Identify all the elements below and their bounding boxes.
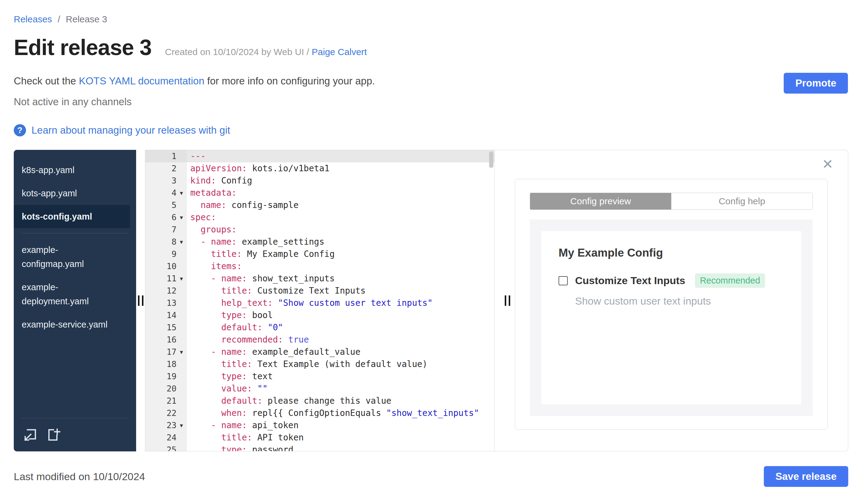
code-text[interactable]: name: config-sample [186, 199, 299, 211]
code-text[interactable]: items: [186, 260, 242, 273]
line-number: 19 [145, 370, 186, 383]
code-line-4[interactable]: 4▾metadata: [145, 187, 494, 199]
yaml-code-editor[interactable]: 1---2apiVersion: kots.io/v1beta13kind: C… [145, 150, 495, 451]
recommended-badge: Recommended [695, 274, 765, 288]
code-line-19[interactable]: 19 type: text [145, 370, 494, 383]
code-text[interactable]: --- [186, 150, 206, 162]
code-lines: 1---2apiVersion: kots.io/v1beta13kind: C… [145, 150, 494, 451]
code-text[interactable]: kind: Config [186, 175, 252, 187]
code-line-17[interactable]: 17▾ - name: example_default_value [145, 346, 494, 358]
new-file-icon[interactable] [45, 427, 61, 443]
line-number: 5 [145, 199, 186, 211]
code-line-24[interactable]: 24 title: API token [145, 432, 494, 444]
code-line-16[interactable]: 16 recommended: true [145, 334, 494, 346]
preview-resize-handle[interactable] [503, 294, 512, 308]
docs-line: Check out the KOTS YAML documentation fo… [14, 75, 848, 87]
line-number: 22 [145, 407, 186, 419]
code-line-8[interactable]: 8▾ - name: example_settings [145, 236, 494, 248]
code-text[interactable]: recommended: true [186, 334, 309, 346]
code-line-21[interactable]: 21 default: please change this value [145, 395, 494, 407]
code-line-23[interactable]: 23▾ - name: api_token [145, 419, 494, 432]
config-item: Customize Text Inputs Recommended [559, 274, 784, 288]
code-text[interactable]: default: please change this value [186, 395, 391, 407]
code-line-5[interactable]: 5 name: config-sample [145, 199, 494, 211]
code-text[interactable]: when: repl{{ ConfigOptionEquals "show_te… [186, 407, 479, 419]
line-number: 14 [145, 309, 186, 321]
fold-arrow-icon[interactable]: ▾ [177, 419, 186, 432]
breadcrumb: Releases / Release 3 [14, 14, 848, 25]
code-text[interactable]: - name: show_text_inputs [186, 273, 335, 285]
code-line-20[interactable]: 20 value: "" [145, 383, 494, 395]
code-line-15[interactable]: 15 default: "0" [145, 321, 494, 334]
git-releases-link[interactable]: Learn about managing your releases with … [31, 124, 230, 136]
code-text[interactable]: apiVersion: kots.io/v1beta1 [186, 162, 329, 175]
sidebar-bottom-divider [22, 418, 129, 419]
question-mark-icon: ? [14, 124, 26, 136]
line-number: 15 [145, 321, 186, 334]
sidebar-file-example-deployment.yaml[interactable]: example- deployment.yaml [14, 276, 136, 313]
code-line-12[interactable]: 12 title: Customize Text Inputs [145, 285, 494, 297]
code-text[interactable]: help_text: "Show custom user text inputs… [186, 297, 432, 309]
line-number: 23▾ [145, 419, 186, 432]
code-text[interactable]: value: "" [186, 383, 267, 395]
code-line-3[interactable]: 3kind: Config [145, 175, 494, 187]
config-help-text: Show custom user text inputs [575, 295, 784, 307]
code-text[interactable]: title: My Example Config [186, 248, 335, 260]
config-form: My Example Config Customize Text Inputs … [541, 231, 801, 404]
line-number: 12 [145, 285, 186, 297]
close-icon[interactable]: ✕ [822, 158, 833, 171]
footer: Last modified on 10/10/2024 Save release [14, 466, 848, 487]
kots-docs-link[interactable]: KOTS YAML documentation [79, 75, 204, 87]
code-text[interactable]: metadata: [186, 187, 237, 199]
code-line-1[interactable]: 1--- [145, 150, 494, 162]
code-text[interactable]: type: bool [186, 309, 273, 321]
code-text[interactable]: type: password [186, 444, 293, 451]
code-text[interactable]: - name: api_token [186, 419, 299, 432]
code-text[interactable]: groups: [186, 224, 237, 236]
sidebar-file-example-service.yaml[interactable]: example-service.yaml [14, 313, 136, 336]
code-text[interactable]: - name: example_settings [186, 236, 324, 248]
created-by-link[interactable]: Paige Calvert [312, 47, 367, 57]
config-checkbox[interactable] [559, 276, 568, 285]
sidebar-file-k8s-app.yaml[interactable]: k8s-app.yaml [14, 158, 136, 182]
code-line-25[interactable]: 25 type: password [145, 444, 494, 451]
fold-arrow-icon[interactable]: ▾ [177, 211, 186, 224]
code-text[interactable]: title: API token [186, 432, 304, 444]
file-list: k8s-app.yamlkots-app.yamlkots-config.yam… [14, 158, 136, 336]
sidebar-file-kots-app.yaml[interactable]: kots-app.yaml [14, 182, 136, 205]
upload-file-icon[interactable] [22, 427, 38, 443]
fold-arrow-icon[interactable]: ▾ [177, 346, 186, 358]
sidebar-resize-handle[interactable] [136, 294, 145, 308]
fold-arrow-icon[interactable]: ▾ [177, 236, 186, 248]
sidebar-file-kots-config.yaml[interactable]: kots-config.yaml [14, 205, 130, 228]
code-text[interactable]: title: Customize Text Inputs [186, 285, 366, 297]
line-number: 17▾ [145, 346, 186, 358]
save-release-button[interactable]: Save release [764, 466, 848, 487]
code-text[interactable]: type: text [186, 370, 273, 383]
editor-scrollbar-thumb[interactable] [489, 151, 493, 168]
code-line-11[interactable]: 11▾ - name: show_text_inputs [145, 273, 494, 285]
code-text[interactable]: spec: [186, 211, 216, 224]
line-number: 2 [145, 162, 186, 175]
tab-config-help[interactable]: Config help [671, 193, 812, 210]
sidebar-file-example-configmap.yaml[interactable]: example- configmap.yaml [14, 238, 136, 276]
code-line-2[interactable]: 2apiVersion: kots.io/v1beta1 [145, 162, 494, 175]
code-text[interactable]: default: "0" [186, 321, 283, 334]
fold-arrow-icon[interactable]: ▾ [177, 273, 186, 285]
code-line-9[interactable]: 9 title: My Example Config [145, 248, 494, 260]
tab-config-preview[interactable]: Config preview [530, 193, 671, 210]
config-item-title: Customize Text Inputs [575, 275, 685, 287]
code-line-7[interactable]: 7 groups: [145, 224, 494, 236]
file-sidebar: k8s-app.yamlkots-app.yamlkots-config.yam… [14, 150, 136, 451]
code-text[interactable]: title: Text Example (with default value) [186, 358, 427, 370]
code-line-14[interactable]: 14 type: bool [145, 309, 494, 321]
code-line-10[interactable]: 10 items: [145, 260, 494, 273]
code-line-13[interactable]: 13 help_text: "Show custom user text inp… [145, 297, 494, 309]
breadcrumb-releases-link[interactable]: Releases [14, 14, 52, 24]
code-line-22[interactable]: 22 when: repl{{ ConfigOptionEquals "show… [145, 407, 494, 419]
promote-button[interactable]: Promote [784, 73, 848, 94]
fold-arrow-icon[interactable]: ▾ [177, 187, 186, 199]
code-text[interactable]: - name: example_default_value [186, 346, 360, 358]
code-line-6[interactable]: 6▾spec: [145, 211, 494, 224]
code-line-18[interactable]: 18 title: Text Example (with default val… [145, 358, 494, 370]
